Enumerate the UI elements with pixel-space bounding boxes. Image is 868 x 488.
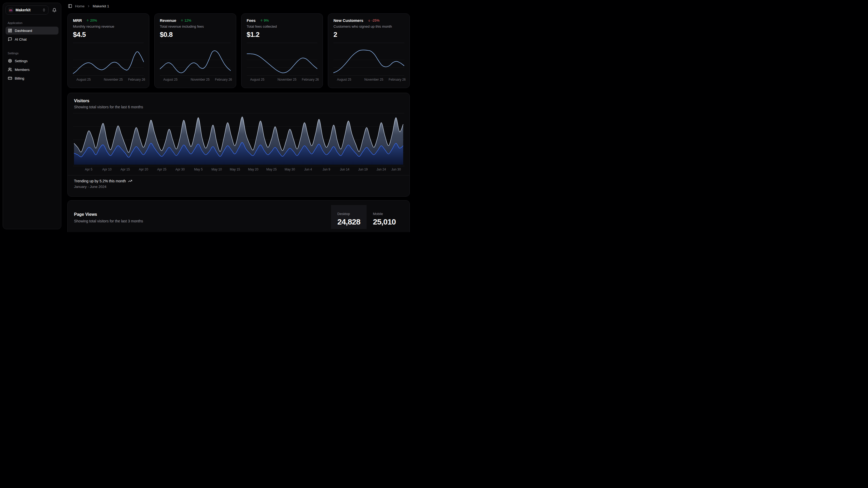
stat-title: MRR [73,18,82,23]
x-tick-label: Apr 25 [157,168,166,171]
breadcrumb-home-link[interactable]: Home [75,4,85,8]
x-tick-label: Jun 19 [358,168,368,171]
sparkline-x-axis: August 25November 25February 26 [73,78,144,82]
page-views-series-tabs: Desktop 24,828 Mobile 25,010 [331,205,402,229]
sidebar-item-label: Dashboard [15,29,32,33]
stat-title: Revenue [160,18,177,23]
mrr-sparkline-chart [73,46,144,77]
chat-icon [8,37,12,41]
sidebar-item-label: Settings [15,59,28,63]
visitors-footer: Trending up by 5.2% this month January -… [68,175,409,189]
stat-value: $0.8 [160,31,231,39]
x-tick-label: Apr 5 [85,168,92,171]
workspace-row: m Makerkit [5,5,59,15]
sidebar-item-label: Members [15,68,30,72]
bell-icon [52,8,57,12]
sidebar: m Makerkit Application Dashboard AI Chat… [3,3,61,229]
stat-change-badge: 9% [260,19,269,22]
gear-icon [8,59,12,63]
x-tick-label: May 25 [266,168,277,171]
stat-card-revenue: Revenue 12% Total revenue including fees… [154,13,236,88]
sparkline-x-axis: August 25November 25February 26 [160,78,231,82]
x-tick-label: May 5 [194,168,203,171]
stat-title: New Customers [333,18,363,23]
stat-description: Monthly recurring revenue [73,25,144,28]
x-tick-label: Apr 30 [176,168,185,171]
nav-section-settings: Settings [8,52,56,55]
x-tick-label: Jun 9 [322,168,330,171]
stat-description: Total revenue including fees [160,25,231,28]
sidebar-item-settings[interactable]: Settings [5,57,59,65]
sidebar-item-ai-chat[interactable]: AI Chat [5,35,59,43]
sidebar-item-members[interactable]: Members [5,66,59,74]
x-tick-label: Jun 30 [391,168,401,171]
arrow-up-icon [86,19,89,22]
credit-card-icon [8,76,12,80]
stats-grid: MRR 20% Monthly recurring revenue $4.5 A… [67,13,410,88]
visitors-x-axis: Apr 5Apr 10Apr 15Apr 20Apr 25Apr 30May 5… [73,168,404,172]
arrow-down-icon [368,19,371,22]
stat-value: 2 [333,31,404,39]
sparkline-x-axis: August 25November 25February 26 [247,78,318,82]
visitors-title: Visitors [74,98,403,103]
x-tick-label: May 15 [230,168,240,171]
x-tick-label: Jun 4 [304,168,312,171]
dashboard-page: { "sidebar": { "workspace": { "name": "M… [0,0,413,232]
breadcrumb-current-page: Makerkit 1 [93,4,109,8]
makerkit-logo-letter: m [9,8,12,12]
x-tick-label: Jun 24 [377,168,386,171]
stat-card-fees: Fees 9% Total fees collected $1.2 August… [241,13,323,88]
sidebar-item-label: AI Chat [15,37,27,41]
tab-desktop[interactable]: Desktop 24,828 [331,205,367,229]
workspace-selector[interactable]: m Makerkit [5,5,49,15]
main-content: Home Makerkit 1 MRR 20% Monthly recurrin… [67,0,410,232]
stat-value: $4.5 [73,31,144,39]
trending-up-icon [128,179,132,183]
stat-title: Fees [247,18,256,23]
visitors-subtitle: Showing total visitors for the last 6 mo… [74,105,403,109]
visitors-date-range: January - June 2024 [74,185,403,189]
page-views-card: Page Views Showing total visitors for th… [67,200,410,232]
chevron-right-icon [87,4,90,8]
sparkline-x-axis: August 25November 25February 26 [333,78,404,82]
fees-sparkline-chart [247,46,318,77]
sidebar-item-label: Billing [15,77,24,80]
tab-mobile[interactable]: Mobile 25,010 [367,205,402,229]
dashboard-icon [8,28,12,33]
chevrons-up-down-icon [42,8,46,12]
panel-left-icon [68,4,72,8]
x-tick-label: May 10 [212,168,222,171]
breadcrumb: Home Makerkit 1 [67,3,109,9]
tab-mobile-value: 25,010 [373,218,396,226]
visitors-trend-text: Trending up by 5.2% this month [74,179,126,183]
stat-description: Customers who signed up this month [333,25,404,28]
stat-card-mrr: MRR 20% Monthly recurring revenue $4.5 A… [67,13,149,88]
sidebar-item-dashboard[interactable]: Dashboard [5,27,59,34]
sidebar-item-billing[interactable]: Billing [5,74,59,82]
x-tick-label: Jun 14 [340,168,349,171]
tab-desktop-label: Desktop [337,212,360,216]
x-tick-label: May 20 [248,168,258,171]
stat-value: $1.2 [247,31,318,39]
visitors-card: Visitors Showing total visitors for the … [67,93,410,197]
arrow-up-icon [260,19,263,22]
stat-description: Total fees collected [247,25,318,28]
visitors-area-chart [73,113,404,166]
arrow-up-icon [180,19,184,22]
tab-desktop-value: 24,828 [337,218,360,226]
users-icon [8,67,12,72]
x-tick-label: Apr 20 [139,168,148,171]
notifications-button[interactable] [50,6,59,14]
x-tick-label: Apr 10 [102,168,112,171]
stat-change-badge: 20% [86,19,97,22]
makerkit-logo: m [8,7,13,13]
stat-change-badge: 12% [180,19,191,22]
sidebar-toggle-button[interactable] [67,3,73,9]
x-tick-label: May 30 [285,168,295,171]
tab-mobile-label: Mobile [373,212,396,216]
stat-change-badge: -25% [368,19,379,22]
nav-section-application: Application [8,21,56,25]
new-customers-sparkline-chart [333,46,404,77]
stat-card-new-customers: New Customers -25% Customers who signed … [328,13,410,88]
revenue-sparkline-chart [160,46,231,77]
